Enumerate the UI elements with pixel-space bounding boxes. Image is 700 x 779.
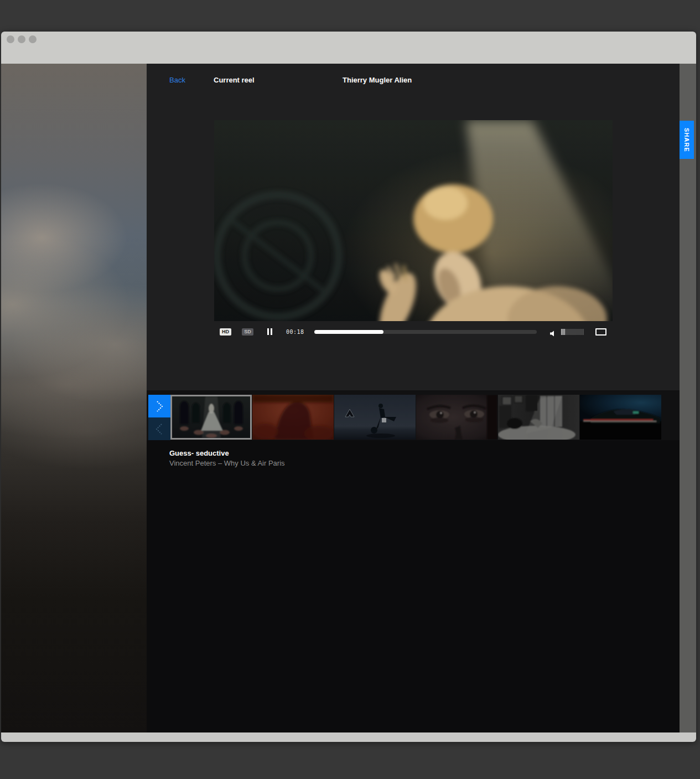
window-controls: [7, 35, 37, 43]
thumbnail-athlete-logo[interactable]: [334, 395, 416, 440]
content-pane: Back Current reel Thierry Mugler Alien: [147, 64, 680, 732]
caption-title: Guess- seductive: [169, 449, 285, 458]
window-body: Back Current reel Thierry Mugler Alien: [1, 64, 696, 732]
hd-button[interactable]: HD: [220, 328, 231, 336]
back-link[interactable]: Back: [169, 76, 185, 84]
carousel-next-button[interactable]: [148, 395, 170, 417]
time-display: 00:18: [286, 329, 304, 335]
window-titlebar: [1, 32, 696, 64]
speaker-icon[interactable]: [549, 329, 556, 339]
carousel-prev-button[interactable]: [148, 417, 170, 440]
window-minimize-button[interactable]: [18, 35, 25, 43]
progress-fill: [314, 330, 383, 334]
player-controls: HD SD 00:18: [147, 328, 680, 336]
chevron-right-icon: [155, 400, 164, 412]
carousel-nav: [148, 395, 170, 440]
window-close-button[interactable]: [7, 35, 14, 43]
fullscreen-icon[interactable]: [595, 328, 606, 336]
progress-bar[interactable]: [314, 330, 537, 334]
thumbnail-eyes-closeup[interactable]: [416, 395, 497, 440]
caption-block: Guess- seductive Vincent Peters – Why Us…: [169, 449, 285, 468]
volume-slider[interactable]: [561, 329, 584, 335]
clouds-background: [1, 64, 147, 732]
browser-window: Back Current reel Thierry Mugler Alien: [1, 32, 696, 742]
sd-button[interactable]: SD: [242, 328, 253, 336]
right-gray-strip: [680, 64, 696, 732]
thumbnail-red-crowd[interactable]: [252, 395, 334, 440]
video-title: Thierry Mugler Alien: [343, 76, 412, 84]
window-bottombar: [1, 732, 696, 742]
player-panel: Back Current reel Thierry Mugler Alien: [147, 64, 680, 390]
volume-level: [561, 329, 566, 335]
thumbnail-carousel: [147, 390, 680, 440]
share-button[interactable]: SHARE: [680, 121, 694, 159]
thumbnail-palace-bride[interactable]: [170, 395, 252, 440]
window-zoom-button[interactable]: [29, 35, 37, 43]
share-label: SHARE: [683, 128, 690, 152]
video-frame[interactable]: [214, 120, 613, 321]
thumbnail-night-car[interactable]: [580, 395, 661, 440]
caption-subtitle: Vincent Peters – Why Us & Air Paris: [169, 459, 285, 468]
thumbnail-bw-bedroom[interactable]: [498, 395, 579, 440]
pause-icon[interactable]: [267, 328, 273, 336]
chevron-left-icon: [155, 423, 164, 435]
current-reel-label: Current reel: [214, 76, 255, 84]
thumbnail-list: [170, 395, 661, 440]
